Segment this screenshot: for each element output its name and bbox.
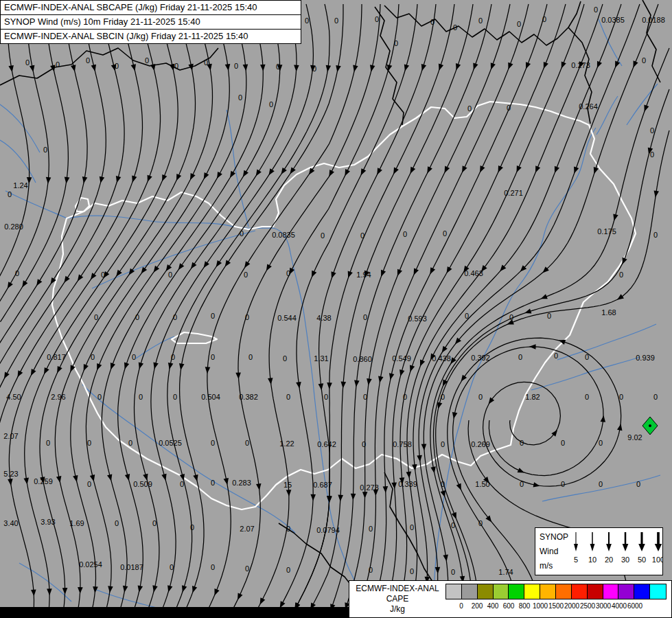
streamline-arrowhead [290, 167, 295, 174]
map-value-label: 0 [248, 353, 253, 361]
streamline-arrowhead [518, 468, 524, 472]
wind-speed-label: 5 [574, 556, 578, 564]
streamline [0, 4, 30, 277]
cape-tick-label: 600 [503, 602, 515, 610]
streamline-arrowhead [162, 174, 167, 181]
streamline-arrowhead [154, 266, 160, 273]
map-value-label: 0 [653, 231, 658, 239]
map-value-label: 0.0385 [601, 16, 625, 24]
map-value-label: 0 [305, 16, 309, 25]
map-value-label: 0 [283, 354, 287, 363]
map-value-label: 1.50 [475, 480, 489, 488]
streamline-arrowhead [617, 294, 624, 300]
streamline [407, 4, 603, 613]
streamline-arrowhead [192, 586, 197, 593]
streamline-arrowhead [225, 64, 231, 71]
streamline-arrowhead [430, 267, 435, 274]
streamline-arrowhead [544, 62, 548, 69]
map-value-label: 0 [286, 525, 290, 533]
map-value-label: 0.273 [360, 483, 379, 492]
map-value-label: 0 [312, 65, 316, 73]
streamline-arrowhead [47, 588, 52, 595]
streamline-arrowhead [216, 260, 222, 267]
cape-color-cell [618, 584, 634, 599]
map-value-label: 0 [520, 480, 524, 488]
wind-legend-units: m/s [540, 561, 569, 571]
streamline-arrowhead [91, 65, 96, 71]
wind-legend-title: SYNOP [540, 532, 569, 542]
map-value-label: 0 [599, 480, 603, 488]
map-value-label: 0 [173, 313, 177, 321]
streamline-arrowhead [387, 65, 392, 71]
cape-legend-units: J/kg [349, 604, 445, 615]
map-value-label: 1.69 [69, 519, 84, 527]
streamline-arrowhead [348, 271, 353, 278]
streamline-arrowhead [329, 170, 334, 176]
cape-tick-label: 4000 [612, 602, 627, 610]
streamline-arrowhead [312, 271, 316, 277]
cape-tick-label: 2500 [580, 602, 595, 610]
map-value-label: 0 [561, 480, 565, 488]
streamline-arrowhead [73, 475, 78, 482]
map-value-label: 0 [653, 393, 658, 401]
map-value-label: 0 [245, 313, 249, 321]
streamline-arrowhead [427, 166, 432, 173]
streamline-arrowhead [148, 175, 152, 182]
streamline-arrowhead [71, 65, 76, 71]
streamline-arrowhead [193, 474, 198, 481]
streamline-arrowhead [439, 64, 443, 71]
cape-color-cell [509, 584, 524, 599]
map-value-label: 0.259 [34, 477, 53, 485]
map-value-label: 0 [451, 568, 455, 576]
country-borders-layer [0, 0, 660, 607]
map-value-label: 0 [245, 439, 249, 447]
map-value-label: 0.0525 [159, 439, 182, 447]
map-value-label: 0 [410, 523, 414, 531]
map-value-label: 0 [128, 439, 132, 447]
streamline-arrowhead [456, 63, 461, 70]
map-value-label: 0 [360, 231, 364, 240]
streamline-arrowhead [237, 593, 242, 599]
streamline-arrowhead [634, 60, 638, 67]
map-value-label: 0 [286, 566, 290, 574]
map-value-label: 0 [443, 229, 447, 238]
map-value-label: 9.02 [627, 433, 642, 442]
map-canvas [0, 0, 672, 618]
streamline-arrowhead [56, 476, 62, 483]
streamline-arrowhead [64, 276, 69, 283]
streamline-arrowhead [44, 367, 49, 374]
map-value-label: 0 [234, 62, 238, 70]
streamline-arrowhead [124, 363, 129, 369]
river-zala [136, 336, 174, 358]
map-value-label: 0 [451, 521, 455, 529]
streamline-arrowhead [132, 175, 137, 182]
map-value-label: 0 [8, 190, 12, 198]
map-value-label: 0.438 [432, 354, 451, 363]
streamline-arrowhead [310, 494, 316, 501]
streamline-arrowhead [24, 478, 30, 485]
hungary-border-layer [52, 102, 636, 510]
map-value-label: 0 [174, 62, 178, 70]
map-value-label: 0 [244, 271, 248, 279]
streamline-arrowhead [377, 168, 382, 174]
streamline-arrowhead [397, 269, 402, 276]
streamline [358, 4, 529, 611]
streamline-arrowhead [182, 585, 187, 592]
streamline-arrowhead [462, 165, 467, 172]
map-value-label: 0 [25, 58, 30, 67]
map-value-label: 0.504 [201, 393, 220, 401]
streamline [293, 4, 454, 613]
map-value-label: 0 [171, 353, 175, 361]
streamline-arrowhead [561, 62, 566, 69]
map-value-label: 1.68 [601, 308, 616, 317]
map-value-label: 0 [441, 393, 445, 401]
map-value-label: 0.283 [232, 479, 251, 487]
streamline-arrowhead [404, 65, 409, 71]
map-value-label: 4.50 [6, 393, 21, 401]
map-value-label: 0 [554, 352, 558, 360]
weather-map-viewport[interactable]: 0.03850.01880.2730.2640.2710.1751.240.28… [0, 0, 672, 618]
streamline-arrowhead [125, 474, 130, 481]
streamline-arrowhead [22, 280, 27, 287]
streamline-arrowhead [420, 360, 425, 367]
streamline-arrowhead [57, 366, 62, 373]
